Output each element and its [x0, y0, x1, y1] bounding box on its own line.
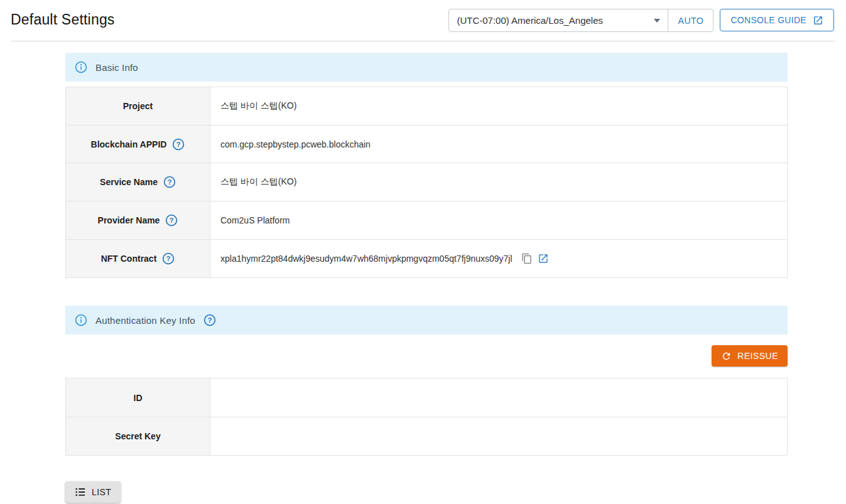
help-icon[interactable]: ?: [163, 176, 176, 188]
table-row-project: Project 스텝 바이 스텝(KO): [66, 87, 787, 125]
svg-text:?: ?: [176, 141, 181, 148]
console-guide-button[interactable]: CONSOLE GUIDE: [720, 9, 834, 31]
help-icon[interactable]: ?: [172, 138, 185, 151]
reissue-row: REISSUE: [65, 345, 788, 367]
reissue-button[interactable]: REISSUE: [712, 345, 788, 367]
basic-info-section-header: Basic Info: [65, 53, 788, 82]
table-row-nft-contract: NFT Contract ? xpla1hymr22pt84dwkj9esudy…: [66, 239, 787, 277]
help-icon[interactable]: ?: [162, 252, 175, 265]
table-row-secret-key: Secret Key: [66, 417, 787, 455]
svg-text:?: ?: [166, 255, 171, 262]
project-value: 스텝 바이 스텝(KO): [210, 87, 787, 125]
footer-actions: LIST: [65, 481, 788, 503]
table-row-service-name: Service Name ? 스텝 바이 스텝(KO): [66, 163, 787, 201]
service-name-value: 스텝 바이 스텝(KO): [210, 163, 787, 201]
provider-name-value: Com2uS Platform: [210, 201, 787, 239]
table-row-provider-name: Provider Name ? Com2uS Platform: [66, 201, 787, 239]
secret-key-label: Secret Key: [66, 417, 210, 455]
main-content: Basic Info Project 스텝 바이 스텝(KO) Blockcha…: [65, 53, 788, 503]
auth-key-table: ID Secret Key: [65, 378, 788, 456]
timezone-selected-value: (UTC-07:00) America/Los_Angeles: [457, 15, 603, 26]
copy-icon[interactable]: [521, 253, 533, 264]
auth-key-info-title: Authentication Key Info: [95, 315, 195, 326]
basic-info-table: Project 스텝 바이 스텝(KO) Blockchain APPID ? …: [65, 87, 788, 278]
list-label: LIST: [92, 487, 111, 497]
secret-key-value: [210, 417, 787, 455]
nft-contract-label: NFT Contract ?: [66, 240, 210, 277]
auto-button[interactable]: AUTO: [668, 9, 713, 31]
blockchain-appid-value: com.gcp.stepbystep.pcweb.blockchain: [210, 126, 787, 163]
list-icon: [75, 486, 86, 498]
project-label: Project: [66, 87, 210, 125]
table-row-blockchain-appid: Blockchain APPID ? com.gcp.stepbystep.pc…: [66, 125, 787, 163]
topbar-controls: (UTC-07:00) America/Los_Angeles AUTO CON…: [448, 9, 835, 32]
external-link-icon[interactable]: [538, 253, 549, 264]
timezone-group: (UTC-07:00) America/Los_Angeles AUTO: [448, 9, 713, 32]
external-link-icon: [813, 15, 823, 26]
console-guide-label: CONSOLE GUIDE: [730, 15, 806, 25]
timezone-select[interactable]: (UTC-07:00) America/Los_Angeles: [449, 9, 668, 31]
service-name-label: Service Name ?: [66, 163, 210, 201]
svg-text:?: ?: [167, 178, 171, 186]
help-icon[interactable]: ?: [203, 314, 216, 326]
refresh-icon: [721, 351, 732, 362]
svg-text:?: ?: [207, 316, 212, 324]
svg-text:?: ?: [170, 217, 174, 224]
topbar: Default Settings (UTC-07:00) America/Los…: [11, 0, 835, 41]
info-icon: [75, 314, 87, 326]
list-button[interactable]: LIST: [65, 481, 121, 503]
help-icon[interactable]: ?: [165, 214, 178, 227]
table-row-id: ID: [66, 378, 787, 417]
auth-key-info-section-header: Authentication Key Info ?: [65, 306, 788, 335]
basic-info-title: Basic Info: [95, 62, 138, 73]
nft-contract-value: xpla1hymr22pt84dwkj9esudym4w7wh68mjvpkpm…: [210, 240, 787, 277]
page-title: Default Settings: [11, 10, 115, 29]
nft-contract-address: xpla1hymr22pt84dwkj9esudym4w7wh68mjvpkpm…: [220, 254, 512, 264]
provider-name-label: Provider Name ?: [66, 201, 210, 239]
blockchain-appid-label: Blockchain APPID ?: [66, 126, 210, 163]
id-label: ID: [66, 378, 210, 417]
info-icon: [75, 61, 87, 73]
reissue-label: REISSUE: [737, 351, 778, 361]
id-value: [210, 378, 787, 417]
chevron-down-icon: [654, 19, 660, 23]
